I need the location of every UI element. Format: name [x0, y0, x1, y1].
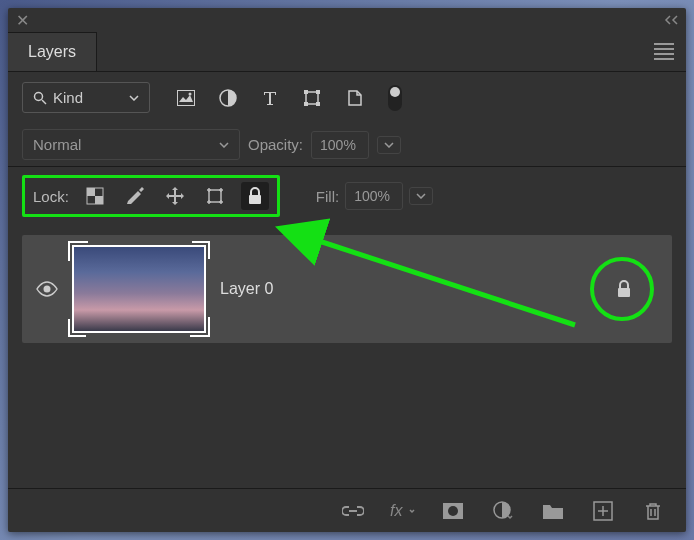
chevron-down-icon [129, 95, 139, 101]
group-icon[interactable] [540, 498, 566, 524]
filter-shape-icon[interactable] [300, 86, 324, 110]
lock-label: Lock: [33, 188, 69, 205]
visibility-icon[interactable] [36, 281, 58, 297]
new-layer-icon[interactable] [590, 498, 616, 524]
chevron-down-icon [219, 142, 229, 148]
tab-label: Layers [28, 43, 76, 60]
svg-rect-7 [316, 90, 320, 94]
lock-row: Lock: Fill: 100% [8, 167, 686, 225]
layer-name[interactable]: Layer 0 [220, 280, 273, 298]
opacity-dropdown[interactable] [377, 136, 401, 154]
panel-menu-icon[interactable] [654, 43, 674, 60]
lock-transparency-icon[interactable] [81, 182, 109, 210]
svg-rect-13 [209, 190, 221, 202]
svg-text:fx: fx [390, 502, 403, 519]
filter-smartobject-icon[interactable] [342, 86, 366, 110]
search-icon [33, 91, 47, 105]
blend-mode-value: Normal [33, 136, 81, 153]
layer-style-icon[interactable]: fx [390, 498, 416, 524]
svg-rect-12 [95, 196, 103, 204]
close-icon[interactable]: ✕ [16, 11, 29, 30]
fill-label: Fill: [316, 188, 339, 205]
link-layers-icon[interactable] [340, 498, 366, 524]
svg-rect-2 [178, 90, 195, 105]
svg-rect-9 [316, 102, 320, 106]
panel-tabbar: Layers [8, 32, 686, 72]
opacity-input[interactable]: 100% [311, 131, 369, 159]
layer-thumbnail[interactable] [72, 245, 206, 333]
lock-controls-highlight: Lock: [22, 175, 280, 217]
panel-bottom-bar: fx [8, 488, 686, 532]
blend-row: Normal Opacity: 100% [8, 123, 686, 167]
svg-rect-8 [304, 102, 308, 106]
svg-rect-11 [87, 188, 95, 196]
lock-position-icon[interactable] [161, 182, 189, 210]
layer-list: Layer 0 [8, 225, 686, 488]
layer-row[interactable]: Layer 0 [22, 235, 672, 343]
filter-toggle[interactable] [388, 85, 402, 111]
filter-row: Kind [8, 72, 686, 123]
opacity-label: Opacity: [248, 136, 303, 153]
svg-rect-24 [618, 288, 630, 297]
filter-kind-dropdown[interactable]: Kind [22, 82, 150, 113]
filter-adjustment-icon[interactable] [216, 86, 240, 110]
fill-input[interactable]: 100% [345, 182, 403, 210]
svg-point-23 [44, 286, 51, 293]
panel-titlebar: ✕ [8, 8, 686, 32]
fill-group: Fill: 100% [316, 182, 433, 210]
delete-layer-icon[interactable] [640, 498, 666, 524]
svg-rect-6 [304, 90, 308, 94]
collapse-icon[interactable] [662, 15, 678, 25]
layers-panel: ✕ Layers Kind Normal Opaci [8, 8, 686, 532]
adjustment-layer-icon[interactable] [490, 498, 516, 524]
filter-kind-label: Kind [53, 89, 83, 106]
svg-rect-22 [249, 195, 261, 204]
svg-point-28 [448, 506, 458, 516]
svg-line-1 [42, 100, 46, 104]
fill-dropdown[interactable] [409, 187, 433, 205]
tab-layers[interactable]: Layers [8, 32, 97, 71]
lock-all-icon[interactable] [241, 182, 269, 210]
filter-type-icon[interactable] [258, 86, 282, 110]
svg-point-0 [35, 92, 43, 100]
filter-type-icons [174, 85, 402, 111]
layer-mask-icon[interactable] [440, 498, 466, 524]
svg-point-3 [189, 92, 192, 95]
layer-lock-icon[interactable] [604, 269, 644, 309]
filter-pixel-icon[interactable] [174, 86, 198, 110]
lock-pixels-icon[interactable] [121, 182, 149, 210]
lock-artboard-icon[interactable] [201, 182, 229, 210]
blend-mode-select[interactable]: Normal [22, 129, 240, 160]
